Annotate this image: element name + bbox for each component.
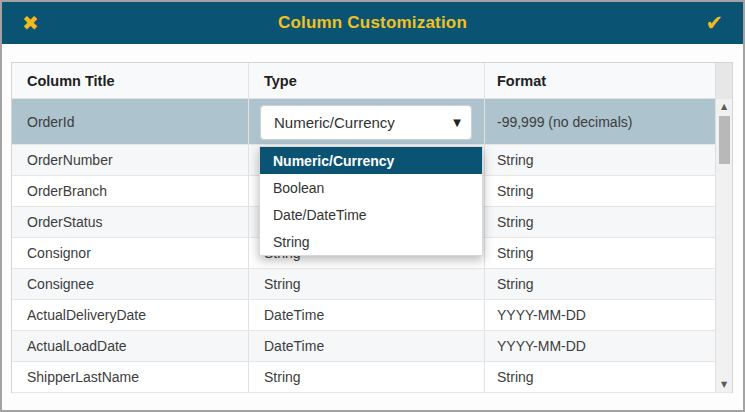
type-select-value: Numeric/Currency bbox=[274, 114, 453, 131]
cell-format: String bbox=[485, 269, 716, 299]
scroll-up-icon[interactable]: ▲ bbox=[716, 99, 732, 114]
cell-title: Consignee bbox=[12, 269, 249, 299]
cell-title: ActualDeliveryDate bbox=[12, 300, 249, 330]
confirm-icon[interactable]: ✔ bbox=[705, 13, 723, 34]
scroll-down-icon[interactable]: ▼ bbox=[716, 377, 732, 392]
cell-format: String bbox=[485, 362, 716, 392]
header-format: Format bbox=[485, 63, 716, 98]
scrollbar-header-corner bbox=[716, 63, 732, 99]
dialog-title: Column Customization bbox=[2, 2, 743, 44]
dropdown-option-numeric-currency[interactable]: Numeric/Currency bbox=[260, 147, 482, 174]
close-icon[interactable]: ✖ bbox=[22, 13, 39, 33]
dropdown-option-string[interactable]: String bbox=[260, 228, 482, 255]
cell-title: Consignor bbox=[12, 238, 249, 268]
column-customization-dialog: ✖ Column Customization ✔ Column Title Ty… bbox=[0, 0, 745, 412]
table-row-consignee[interactable]: Consignee String String bbox=[12, 269, 732, 300]
chevron-down-icon: ▼ bbox=[453, 117, 461, 128]
cell-format: String bbox=[485, 238, 716, 268]
vertical-scrollbar: ▲ ▼ bbox=[715, 63, 732, 392]
dropdown-option-boolean[interactable]: Boolean bbox=[260, 174, 482, 201]
cell-title: OrderStatus bbox=[12, 207, 249, 237]
cell-title: ActualLoadDate bbox=[12, 331, 249, 361]
cell-type: String bbox=[249, 362, 485, 392]
cell-format: YYYY-MM-DD bbox=[485, 300, 716, 330]
dialog-titlebar: ✖ Column Customization ✔ bbox=[2, 2, 743, 44]
cell-format: -99,999 (no decimals) bbox=[485, 99, 716, 144]
table-row-shipperlastname[interactable]: ShipperLastName String String bbox=[12, 362, 732, 393]
type-select[interactable]: Numeric/Currency ▼ bbox=[260, 105, 472, 140]
table-header-row: Column Title Type Format bbox=[12, 63, 732, 99]
cell-format: String bbox=[485, 176, 716, 206]
type-dropdown-list: Numeric/Currency Boolean Date/DateTime S… bbox=[259, 146, 483, 256]
cell-type: String bbox=[249, 269, 485, 299]
cell-title: ShipperLastName bbox=[12, 362, 249, 392]
cell-format: String bbox=[485, 145, 716, 175]
table-row-actualloaddate[interactable]: ActualLoadDate DateTime YYYY-MM-DD bbox=[12, 331, 732, 362]
scrollbar-thumb[interactable] bbox=[719, 116, 730, 164]
cell-type: DateTime bbox=[249, 331, 485, 361]
cell-format: String bbox=[485, 207, 716, 237]
header-type: Type bbox=[249, 63, 485, 98]
dropdown-option-date-datetime[interactable]: Date/DateTime bbox=[260, 201, 482, 228]
table-row-actualdeliverydate[interactable]: ActualDeliveryDate DateTime YYYY-MM-DD bbox=[12, 300, 732, 331]
cell-type: DateTime bbox=[249, 300, 485, 330]
scrollbar-track[interactable]: ▲ ▼ bbox=[716, 99, 732, 392]
cell-title: OrderId bbox=[12, 99, 249, 144]
cell-title: OrderBranch bbox=[12, 176, 249, 206]
header-column-title: Column Title bbox=[12, 63, 249, 98]
cell-title: OrderNumber bbox=[12, 145, 249, 175]
cell-format: YYYY-MM-DD bbox=[485, 331, 716, 361]
